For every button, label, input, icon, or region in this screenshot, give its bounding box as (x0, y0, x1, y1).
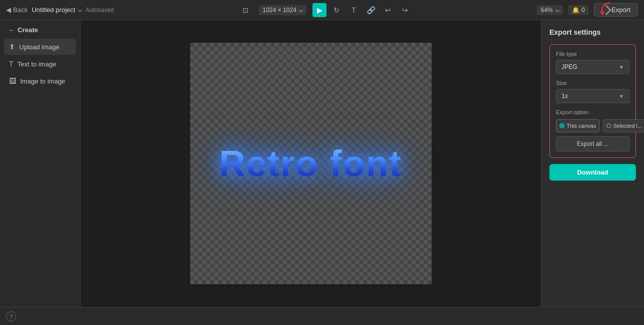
export-all-label: Export all ... (577, 140, 608, 147)
selected-label: Selected l... (613, 123, 642, 129)
this-canvas-radio-icon (559, 123, 565, 128)
redo-icon[interactable]: ↪ (398, 3, 412, 17)
topbar: ◀ Back Untitled project Autosaved ⊡ 1024… (0, 0, 644, 20)
selected-radio-icon (606, 123, 611, 128)
sidebar-item-upload[interactable]: ⬆ Upload image (4, 39, 76, 55)
sidebar-item-text-to-image[interactable]: T Text to image (4, 56, 76, 72)
main-area: ← Create ⬆ Upload image T Text to image … (0, 20, 644, 307)
topbar-right: 64% 🔔 0 Export (537, 3, 638, 17)
project-name[interactable]: Untitled project (32, 6, 82, 14)
canvas-area: Retro font (80, 20, 541, 307)
download-button[interactable]: Download (549, 164, 636, 181)
text-image-icon: T (9, 60, 14, 68)
canvas-size-value: 1024 × 1024 (263, 7, 296, 14)
export-panel-title: Export settings (549, 28, 636, 36)
toolbar-right-icons: ▶ ↻ T 🔗 ↩ ↪ (312, 3, 412, 17)
export-section: File type JPEG ▼ Size 1x ▼ Export option… (549, 44, 636, 158)
topbar-left: ◀ Back Untitled project Autosaved (6, 6, 114, 14)
size-select[interactable]: 1x ▼ (556, 89, 629, 103)
export-options-row: This canvas Selected l... (556, 119, 629, 132)
this-canvas-label: This canvas (567, 123, 596, 129)
zoom-value: 64% (541, 7, 553, 14)
sidebar-title-text: Create (18, 26, 38, 34)
size-label: Size (556, 80, 629, 86)
project-title: Untitled project (32, 6, 75, 14)
create-icon: ← (8, 26, 15, 34)
img-to-img-icon: 🖼 (9, 77, 16, 85)
sidebar-title: ← Create (4, 26, 76, 39)
canvas-size-selector[interactable]: 1024 × 1024 (259, 5, 306, 15)
select-tool-icon[interactable]: ▶ (312, 3, 327, 17)
file-type-select[interactable]: JPEG ▼ (556, 60, 629, 74)
zoom-chevron-icon (555, 8, 559, 12)
bottom-bar: ? (0, 307, 644, 325)
canvas-text: Retro font (219, 143, 403, 184)
undo-icon[interactable]: ↩ (381, 3, 395, 17)
export-panel: Export settings File type JPEG ▼ Size 1x… (541, 20, 644, 307)
back-icon: ◀ (6, 6, 11, 14)
project-chevron-icon (77, 8, 82, 12)
autosaved-status: Autosaved (86, 7, 114, 14)
text-tool-icon[interactable]: T (347, 3, 361, 17)
left-sidebar: ← Create ⬆ Upload image T Text to image … (0, 20, 80, 307)
back-label: Back (13, 6, 28, 14)
export-label: Export (611, 6, 630, 14)
this-canvas-option[interactable]: This canvas (556, 119, 600, 132)
help-button[interactable]: ? (6, 311, 16, 321)
rotate-tool-icon[interactable]: ↻ (330, 3, 344, 17)
selected-option[interactable]: Selected l... (603, 119, 644, 132)
file-type-chevron-icon: ▼ (619, 64, 624, 70)
size-value: 1x (561, 93, 568, 100)
notif-count: 0 (582, 7, 585, 14)
export-all-button[interactable]: Export all ... (556, 136, 629, 151)
upload-icon: ⬆ (9, 43, 15, 51)
zoom-selector[interactable]: 64% (537, 5, 563, 15)
size-chevron-icon: ▼ (619, 94, 624, 99)
export-button[interactable]: Export (594, 3, 638, 17)
toolbar-icons: ⊡ (238, 3, 253, 17)
frame-icon[interactable]: ⊡ (238, 3, 253, 17)
topbar-center: ⊡ 1024 × 1024 ▶ ↻ T 🔗 ↩ ↪ (118, 3, 532, 17)
notif-icon: 🔔 (572, 7, 580, 14)
download-label: Download (577, 169, 608, 176)
back-button[interactable]: ◀ Back (6, 6, 28, 14)
img-to-img-label: Image to image (20, 77, 65, 85)
upload-label: Upload image (19, 43, 59, 51)
canvas-container: Retro font (190, 43, 432, 284)
text-image-label: Text to image (18, 60, 56, 68)
sidebar-item-image-to-image[interactable]: 🖼 Image to image (4, 73, 76, 89)
notifications-button[interactable]: 🔔 0 (568, 5, 589, 15)
canvas-background: Retro font (190, 43, 432, 284)
canvas-size-chevron-icon (299, 8, 303, 12)
file-type-value: JPEG (561, 63, 577, 70)
file-type-label: File type (556, 51, 629, 57)
export-option-label: Export option (556, 109, 629, 115)
link-tool-icon[interactable]: 🔗 (364, 3, 378, 17)
